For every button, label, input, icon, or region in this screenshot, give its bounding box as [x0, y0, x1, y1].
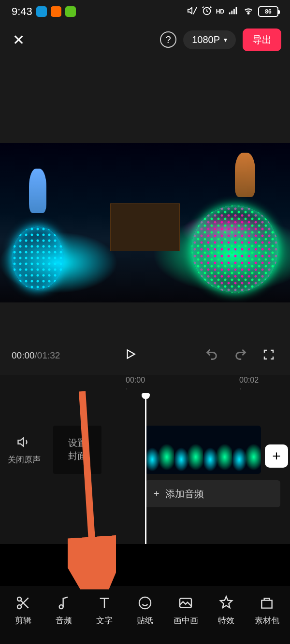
app-icon	[36, 6, 47, 17]
svg-line-0	[193, 7, 196, 14]
time-display: 00:00/01:32	[12, 350, 60, 361]
set-cover-button[interactable]: 设置 封面	[53, 426, 102, 474]
add-clip-button[interactable]: +	[265, 444, 288, 468]
resolution-selector[interactable]: 1080P	[183, 30, 236, 49]
add-audio-label: 添加音频	[165, 487, 204, 501]
app-icon	[65, 6, 76, 17]
bottom-toolbar: 剪辑 音频 文字 贴纸 画中画 特效 素材包	[0, 586, 290, 644]
video-frame	[0, 143, 290, 302]
help-button[interactable]: ?	[160, 31, 176, 48]
tab-label: 剪辑	[15, 615, 31, 626]
tab-pip[interactable]: 画中画	[165, 595, 206, 626]
timeline-area[interactable]: 关闭原声 设置 封面 + + 添加音频	[0, 394, 290, 544]
video-clip[interactable]	[145, 426, 261, 474]
playhead[interactable]	[145, 394, 146, 544]
redo-button[interactable]	[230, 343, 251, 368]
tab-audio[interactable]: 音频	[44, 595, 84, 626]
scissors-icon	[15, 595, 31, 611]
tab-package[interactable]: 素材包	[246, 595, 287, 626]
plus-icon: +	[154, 488, 160, 500]
status-bar: 9:43 HD 86	[0, 0, 290, 23]
status-time: 9:43	[12, 5, 32, 18]
status-right: HD 86	[187, 5, 278, 18]
resolution-label: 1080P	[192, 34, 220, 45]
ruler-tick: 00:00	[126, 376, 176, 393]
clip-thumbnail	[145, 426, 174, 474]
app-icon	[51, 6, 61, 17]
tab-label: 素材包	[255, 615, 279, 626]
tab-effect[interactable]: 特效	[206, 595, 246, 626]
status-left: 9:43	[12, 5, 76, 18]
hd-label: HD	[216, 8, 224, 15]
scene-figure	[235, 153, 255, 197]
alarm-icon	[202, 5, 212, 18]
svg-rect-3	[231, 11, 232, 14]
pip-icon	[178, 595, 193, 611]
clip-thumbnail	[232, 426, 261, 474]
scene-building	[110, 203, 180, 251]
svg-rect-5	[236, 7, 237, 14]
tab-label: 贴纸	[137, 615, 153, 626]
svg-marker-7	[128, 350, 135, 358]
playback-controls: 00:00/01:32	[0, 336, 290, 375]
current-time: 00:00	[12, 350, 35, 360]
undo-button[interactable]	[201, 343, 222, 368]
clip-thumbnail	[174, 426, 203, 474]
svg-point-9	[17, 597, 21, 601]
svg-point-6	[248, 13, 249, 14]
add-audio-button[interactable]: + 添加音频	[145, 480, 280, 507]
tab-label: 特效	[218, 615, 234, 626]
play-button[interactable]	[119, 343, 142, 369]
scene-light-sphere	[12, 226, 64, 290]
svg-point-16	[139, 597, 151, 609]
tab-text[interactable]: 文字	[84, 595, 125, 626]
mute-icon	[187, 5, 198, 18]
scene-figure	[29, 169, 46, 213]
svg-rect-4	[233, 9, 235, 14]
effect-icon	[218, 595, 234, 611]
clip-thumbnail	[203, 426, 232, 474]
svg-rect-2	[229, 12, 231, 14]
svg-point-10	[17, 605, 21, 609]
text-icon	[97, 595, 112, 611]
top-toolbar: ✕ ? 1080P 导出	[0, 23, 290, 56]
close-button[interactable]: ✕	[9, 28, 29, 52]
music-icon	[56, 595, 72, 611]
export-button[interactable]: 导出	[243, 29, 281, 51]
tab-edit[interactable]: 剪辑	[3, 595, 44, 626]
mute-label: 关闭原声	[8, 454, 41, 465]
wifi-icon	[243, 5, 254, 18]
mute-original-audio[interactable]: 关闭原声	[0, 435, 48, 465]
cover-label: 设置 封面	[68, 437, 87, 462]
package-icon	[259, 595, 275, 611]
fullscreen-button[interactable]	[259, 345, 278, 367]
tab-label: 文字	[96, 615, 113, 626]
tab-label: 音频	[56, 615, 72, 626]
ruler-tick: 00:02	[239, 376, 290, 393]
battery-indicator: 86	[258, 6, 278, 17]
total-time: 01:32	[37, 350, 60, 360]
tab-sticker[interactable]: 贴纸	[125, 595, 165, 626]
preview-area[interactable]	[0, 56, 290, 336]
scene-light-sphere	[191, 205, 278, 293]
timeline-ruler[interactable]: 00:00 00:02	[0, 375, 290, 394]
signal-icon	[228, 5, 239, 18]
tab-label: 画中画	[174, 615, 198, 626]
sticker-icon	[137, 595, 153, 611]
